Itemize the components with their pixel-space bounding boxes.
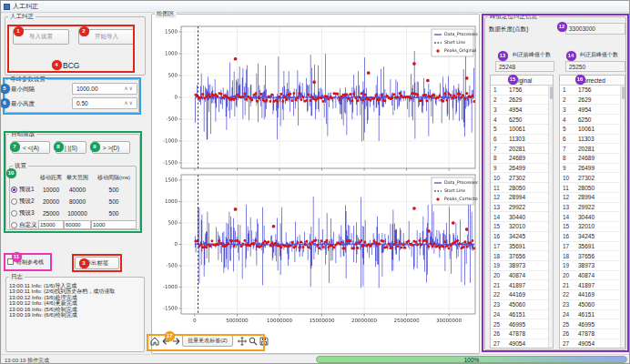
table-row[interactable]: 1228994 — [491, 193, 548, 203]
table-row[interactable]: 22629 — [491, 96, 548, 106]
table-row[interactable]: 824689 — [560, 154, 620, 164]
table-row[interactable]: 2040874 — [491, 271, 548, 281]
table-row[interactable]: 2244169 — [560, 290, 620, 300]
annotation-badge: 17 — [165, 331, 175, 341]
table-row[interactable]: 2647878 — [491, 329, 548, 339]
corrected-table-rows: 1175622629349544625051006161130372028182… — [560, 86, 620, 348]
table-row[interactable]: 1128050 — [491, 183, 548, 193]
home-icon[interactable] — [149, 336, 159, 346]
table-row[interactable]: 926499 — [491, 164, 548, 174]
min-height-spinbox[interactable]: 0.50 ∧∨ — [72, 97, 137, 109]
spinner-arrows-icon[interactable]: ∧∨ — [124, 99, 134, 106]
table-row[interactable]: 720281 — [491, 144, 548, 154]
table-row[interactable]: 2345060 — [491, 300, 548, 310]
table-row[interactable]: 1228994 — [560, 193, 620, 203]
corrected-peaks-table[interactable]: Corrected 117562262934954462505100616113… — [559, 75, 625, 349]
table-row[interactable]: 1532010 — [560, 222, 620, 232]
preset-radio[interactable] — [11, 210, 17, 217]
preset-custom-input[interactable] — [64, 220, 91, 229]
table-row[interactable]: 1430440 — [560, 212, 620, 222]
preset-radio[interactable] — [11, 187, 17, 193]
preset-radio[interactable] — [11, 222, 17, 228]
table-row[interactable]: 34954 — [491, 105, 548, 115]
peaks-after-field[interactable]: 25250 — [565, 61, 625, 72]
corrected-table-scrollbar[interactable] — [620, 86, 625, 348]
table-row[interactable]: 1837656 — [491, 251, 548, 261]
table-row[interactable]: 1532010 — [491, 222, 548, 232]
peaks-before-label: 纠正前峰值个数 — [500, 51, 564, 59]
table-row[interactable]: 1027302 — [491, 173, 548, 183]
progress-bar: 100% — [316, 356, 627, 363]
original-peaks-table[interactable]: Original 1175622629349544625051006161130… — [490, 75, 554, 349]
preset-custom-input[interactable] — [38, 220, 64, 229]
save-icon[interactable] — [259, 336, 269, 346]
preset-value: 500 — [91, 198, 137, 205]
min-interval-spinbox[interactable]: 1000.00 ∧∨ — [72, 83, 137, 95]
table-row[interactable]: 1938973 — [560, 261, 620, 271]
annotation-badge: 1 — [14, 26, 24, 36]
table-row[interactable]: 510061 — [560, 125, 620, 135]
plot-area-group-label: 绘图区 — [155, 10, 177, 18]
annotation-badge: 10 — [6, 168, 16, 178]
table-row[interactable]: 611303 — [491, 135, 548, 145]
annotation-badge: 7 — [10, 142, 20, 152]
table-row[interactable]: 2546995 — [560, 319, 620, 329]
table-row[interactable]: 926499 — [560, 164, 620, 174]
table-row[interactable]: 34954 — [560, 105, 620, 115]
table-row[interactable]: 2141897 — [491, 280, 548, 290]
table-row[interactable]: 2647878 — [560, 329, 620, 339]
table-row[interactable]: 2244169 — [491, 290, 548, 300]
table-row[interactable]: 1837656 — [560, 251, 620, 261]
preset-radio[interactable] — [11, 198, 17, 205]
preset-label: 预设3 — [19, 209, 35, 217]
table-row[interactable]: 2345060 — [560, 300, 620, 310]
table-row[interactable]: 22629 — [560, 96, 620, 106]
table-row[interactable]: 11756 — [491, 86, 548, 96]
table-row[interactable]: 46250 — [560, 115, 620, 125]
table-row[interactable]: 2546995 — [491, 319, 548, 329]
table-row[interactable]: 2446151 — [491, 310, 548, 320]
table-row[interactable]: 1634245 — [491, 232, 548, 242]
zoom-icon[interactable] — [248, 336, 258, 346]
signal-charts-canvas[interactable] — [153, 17, 478, 332]
batch-edit-labels-button[interactable]: 批量更改标签(Z) — [182, 335, 233, 347]
original-table-header: Original — [491, 76, 553, 86]
table-row[interactable]: 1430440 — [491, 212, 548, 222]
table-row[interactable]: 2040874 — [560, 271, 620, 281]
peaks-before-field[interactable]: 25248 — [495, 61, 554, 72]
preset-custom-input[interactable] — [91, 220, 137, 229]
table-row[interactable]: 2749054 — [560, 339, 620, 348]
table-row[interactable]: 1128050 — [560, 183, 620, 193]
data-length-field[interactable]: 33003000 — [565, 23, 625, 35]
autoplay-group-label: 自动播放 — [9, 130, 36, 138]
table-row[interactable]: 11756 — [560, 86, 620, 96]
manual-correction-group-label: 人工纠正 — [8, 13, 36, 21]
preset-value: 500 — [91, 187, 137, 193]
table-row[interactable]: 720281 — [560, 144, 620, 154]
spinner-arrows-icon[interactable]: ∧∨ — [124, 85, 134, 91]
preset-value: 80000 — [64, 198, 91, 205]
table-row[interactable]: 46250 — [491, 115, 548, 125]
table-row[interactable]: 611303 — [560, 135, 620, 145]
table-row[interactable]: 1938973 — [491, 261, 548, 271]
table-row[interactable]: 1329922 — [491, 203, 548, 213]
table-row[interactable]: 510061 — [491, 125, 548, 135]
table-row[interactable]: 1735691 — [560, 242, 620, 252]
annotation-badge: 9 — [90, 142, 100, 152]
annotation-badge: 2 — [79, 26, 89, 36]
preset-row: 预设11000040000500 — [11, 184, 137, 195]
table-row[interactable]: 1027302 — [560, 173, 620, 183]
table-row[interactable]: 1329922 — [560, 203, 620, 213]
original-table-scrollbar[interactable] — [548, 86, 553, 348]
table-row[interactable]: 2141897 — [560, 280, 620, 290]
preset-value: 500 — [91, 210, 137, 217]
data-length-label: 数据长度(点数) — [489, 25, 528, 34]
table-row[interactable]: 1735691 — [491, 242, 548, 252]
table-row[interactable]: 2749054 — [491, 339, 548, 348]
table-row[interactable]: 824689 — [491, 154, 548, 164]
table-row[interactable]: 1634245 — [560, 232, 620, 242]
table-row[interactable]: 2446151 — [560, 310, 620, 320]
preset-value: 40000 — [64, 187, 91, 193]
pan-icon[interactable] — [237, 336, 247, 346]
preset-row: 自定义 — [11, 219, 137, 230]
